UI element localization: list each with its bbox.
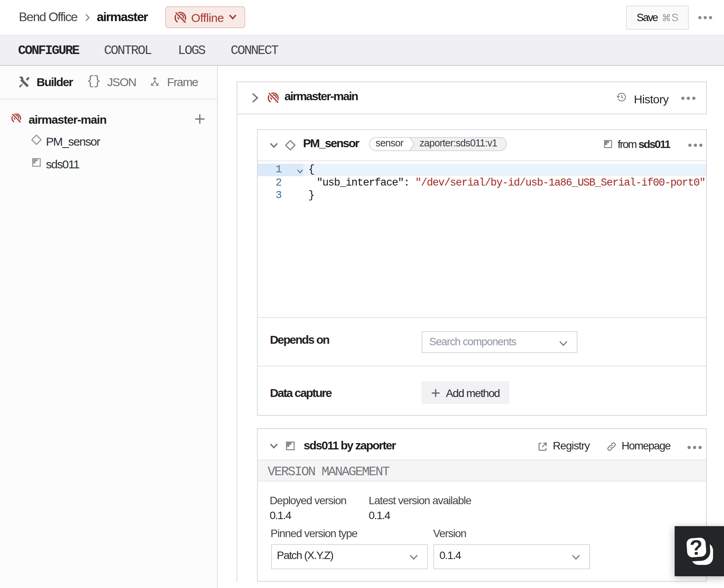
svg-text:?: ? [689, 535, 704, 559]
